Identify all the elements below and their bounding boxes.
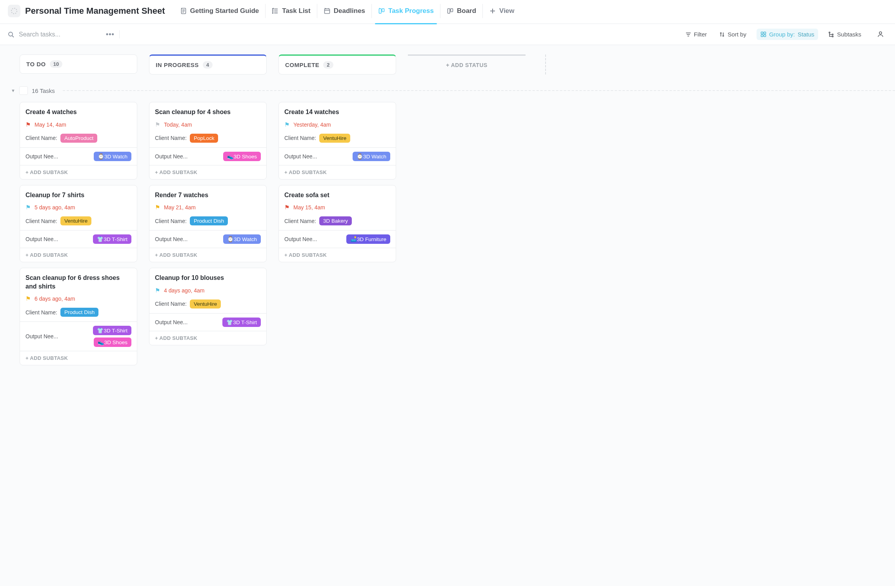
- column-name: TO DO: [26, 61, 46, 67]
- add-subtask-button[interactable]: + ADD SUBTASK: [20, 165, 137, 179]
- flag-icon[interactable]: ⚑: [155, 121, 160, 128]
- column-count: 10: [50, 60, 62, 68]
- tab-task-progress[interactable]: Task Progress: [371, 4, 440, 18]
- column-header-complete[interactable]: COMPLETE 2: [278, 54, 396, 74]
- flag-icon[interactable]: ⚑: [284, 121, 289, 128]
- client-row: Client Name: VentuHire: [279, 133, 396, 147]
- group-count-label: 16 Tasks: [32, 87, 55, 94]
- group-by-button[interactable]: Group by: Status: [757, 29, 818, 40]
- flag-icon[interactable]: ⚑: [25, 295, 31, 302]
- output-row: Output Nee... 👕3D T-Shirt: [20, 230, 137, 248]
- due-text: 6 days ago, 4am: [35, 296, 75, 302]
- list-icon: [272, 7, 279, 15]
- task-due: ⚑ 4 days ago, 4am: [155, 287, 261, 294]
- client-row: Client Name: Product Dish: [20, 307, 137, 321]
- add-subtask-button[interactable]: + ADD SUBTASK: [149, 165, 266, 179]
- output-row: Output Nee... 👕3D T-Shirt: [149, 313, 266, 331]
- task-card[interactable]: Create sofa set ⚑ May 15, 4am Client Nam…: [278, 185, 396, 263]
- chip-tshirt3d[interactable]: 👕3D T-Shirt: [93, 326, 131, 335]
- chip-shoes3d[interactable]: 👟3D Shoes: [223, 152, 261, 161]
- flag-icon[interactable]: ⚑: [155, 287, 160, 294]
- chip-watch3d[interactable]: ⌚3D Watch: [353, 152, 390, 161]
- user-icon: [877, 31, 885, 38]
- tab-deadlines[interactable]: Deadlines: [317, 4, 371, 18]
- chip-tshirt3d[interactable]: 👕3D T-Shirt: [93, 234, 131, 244]
- column-headers: TO DO 10 IN PROGRESS 4 COMPLETE 2 + ADD …: [20, 54, 895, 74]
- chip-watch3d[interactable]: ⌚3D Watch: [94, 152, 131, 161]
- chip-ventuhire[interactable]: VentuHire: [319, 134, 350, 143]
- client-row: Client Name: PopLock: [149, 133, 266, 147]
- more-menu[interactable]: •••: [106, 30, 120, 38]
- chip-bakery3d[interactable]: 3D Bakery: [319, 216, 352, 225]
- column-header-todo[interactable]: TO DO 10: [20, 54, 137, 74]
- plus-icon: [489, 7, 496, 15]
- task-card[interactable]: Scan cleanup for 6 dress shoes and shirt…: [20, 268, 137, 365]
- board-edge: [545, 54, 549, 74]
- sort-button[interactable]: Sort by: [717, 29, 749, 39]
- output-needed-label: Output Nee...: [25, 333, 58, 339]
- task-card[interactable]: Render 7 watches ⚑ May 21, 4am Client Na…: [149, 185, 267, 263]
- chip-ventuhire[interactable]: VentuHire: [190, 299, 221, 309]
- chip-shoes3d[interactable]: 👟3D Shoes: [94, 338, 131, 347]
- add-view-button[interactable]: View: [482, 4, 520, 18]
- tab-getting-started[interactable]: Getting Started Guide: [174, 4, 266, 18]
- task-card[interactable]: Cleanup for 10 blouses ⚑ 4 days ago, 4am…: [149, 268, 267, 345]
- search-input[interactable]: [18, 31, 98, 38]
- group-color-box[interactable]: [19, 86, 28, 95]
- add-subtask-button[interactable]: + ADD SUBTASK: [20, 351, 137, 365]
- toolbar: ••• Filter Sort by Group by: Status Subt…: [0, 24, 895, 45]
- due-text: Today, 4am: [164, 122, 192, 128]
- subtasks-button[interactable]: Subtasks: [826, 29, 864, 39]
- client-name-label: Client Name:: [155, 135, 187, 141]
- output-row: Output Nee... 👟3D Shoes: [149, 147, 266, 165]
- svg-point-4: [273, 13, 273, 13]
- filter-button[interactable]: Filter: [683, 29, 709, 39]
- chip-productdish[interactable]: Product Dish: [190, 216, 228, 225]
- calendar-icon: [324, 7, 331, 15]
- svg-rect-11: [761, 32, 763, 34]
- chip-autoproduct[interactable]: AutoProduct: [60, 134, 97, 143]
- flag-icon[interactable]: ⚑: [284, 204, 289, 211]
- search-box[interactable]: [8, 31, 98, 38]
- column-header-inprogress[interactable]: IN PROGRESS 4: [149, 54, 267, 74]
- client-name-label: Client Name:: [284, 135, 316, 141]
- task-title: Create 4 watches: [25, 108, 131, 116]
- flag-icon[interactable]: ⚑: [25, 204, 31, 211]
- chip-poplock[interactable]: PopLock: [190, 134, 218, 143]
- task-due: ⚑ Today, 4am: [155, 121, 261, 128]
- svg-point-15: [829, 32, 830, 33]
- chip-furniture3d[interactable]: 🛋️3D Furniture: [346, 234, 390, 244]
- task-title: Scan cleanup for 6 dress shoes and shirt…: [25, 274, 131, 290]
- chip-ventuhire[interactable]: VentuHire: [60, 216, 91, 225]
- due-text: May 21, 4am: [164, 204, 196, 211]
- flag-icon[interactable]: ⚑: [155, 204, 160, 211]
- output-needed-label: Output Nee...: [25, 153, 58, 160]
- add-subtask-button[interactable]: + ADD SUBTASK: [279, 248, 396, 262]
- task-card[interactable]: Create 14 watches ⚑ Yesterday, 4am Clien…: [278, 102, 396, 180]
- add-status-button[interactable]: + ADD STATUS: [408, 54, 526, 74]
- flag-icon[interactable]: ⚑: [25, 121, 31, 128]
- tab-board[interactable]: Board: [440, 4, 482, 18]
- add-subtask-button[interactable]: + ADD SUBTASK: [20, 248, 137, 262]
- add-subtask-button[interactable]: + ADD SUBTASK: [279, 165, 396, 179]
- svg-point-17: [832, 36, 833, 37]
- user-button[interactable]: [871, 29, 887, 40]
- task-title: Scan cleanup for 4 shoes: [155, 108, 261, 116]
- chip-watch3d[interactable]: ⌚3D Watch: [223, 234, 261, 244]
- chip-productdish[interactable]: Product Dish: [60, 308, 98, 317]
- add-subtask-button[interactable]: + ADD SUBTASK: [149, 331, 266, 345]
- svg-point-10: [9, 32, 13, 36]
- task-title: Create 14 watches: [284, 108, 390, 116]
- chevron-down-icon[interactable]: ▼: [11, 88, 15, 93]
- chip-tshirt3d[interactable]: 👕3D T-Shirt: [222, 318, 261, 327]
- add-subtask-button[interactable]: + ADD SUBTASK: [149, 248, 266, 262]
- task-title: Create sofa set: [284, 191, 390, 200]
- task-due: ⚑ May 14, 4am: [25, 121, 131, 128]
- client-name-label: Client Name:: [25, 135, 57, 141]
- task-card[interactable]: Scan cleanup for 4 shoes ⚑ Today, 4am Cl…: [149, 102, 267, 180]
- output-row: Output Nee... ⌚3D Watch: [20, 147, 137, 165]
- task-card[interactable]: Create 4 watches ⚑ May 14, 4am Client Na…: [20, 102, 137, 180]
- due-text: May 15, 4am: [293, 204, 325, 211]
- task-card[interactable]: Cleanup for 7 shirts ⚑ 5 days ago, 4am C…: [20, 185, 137, 263]
- tab-task-list[interactable]: Task List: [265, 4, 317, 18]
